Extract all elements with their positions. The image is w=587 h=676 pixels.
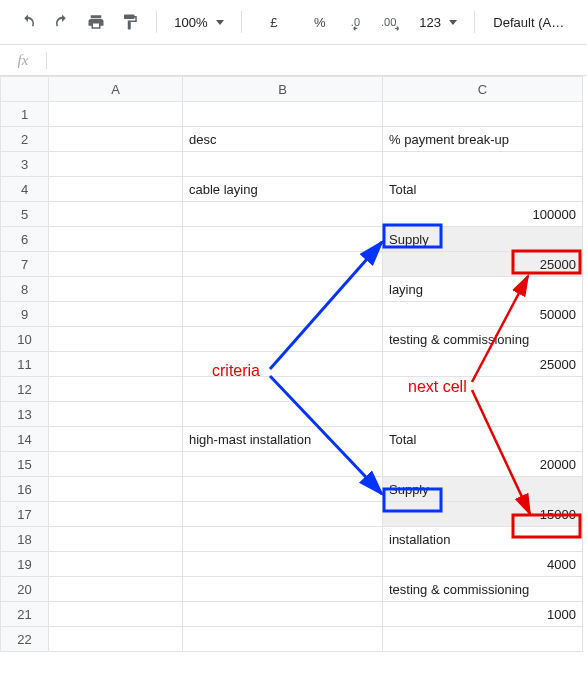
cell[interactable]: laying: [383, 277, 583, 302]
row-header[interactable]: 13: [1, 402, 49, 427]
cell[interactable]: [183, 577, 383, 602]
column-header-a[interactable]: A: [49, 77, 183, 102]
select-all-corner[interactable]: [1, 77, 49, 102]
cell[interactable]: [183, 377, 383, 402]
cell[interactable]: [183, 402, 383, 427]
cell[interactable]: testing & commissioning: [383, 577, 583, 602]
cell[interactable]: desc: [183, 127, 383, 152]
cell[interactable]: [49, 402, 183, 427]
cell-supply-1[interactable]: Supply: [383, 227, 583, 252]
cell[interactable]: [49, 102, 183, 127]
cell[interactable]: [383, 377, 583, 402]
cell[interactable]: [183, 227, 383, 252]
row-header[interactable]: 2: [1, 127, 49, 152]
row-header[interactable]: 12: [1, 377, 49, 402]
row-header[interactable]: 4: [1, 177, 49, 202]
cell[interactable]: installation: [383, 527, 583, 552]
cell[interactable]: Total: [383, 427, 583, 452]
cell-value-1[interactable]: 25000: [383, 252, 583, 277]
cell-supply-2[interactable]: Supply: [383, 477, 583, 502]
cell[interactable]: [183, 527, 383, 552]
cell-value-2[interactable]: 15000: [383, 502, 583, 527]
undo-button[interactable]: [14, 8, 42, 36]
cell[interactable]: [183, 252, 383, 277]
cell[interactable]: 25000: [383, 352, 583, 377]
cell[interactable]: [383, 102, 583, 127]
cell[interactable]: cable laying: [183, 177, 383, 202]
row-header[interactable]: 1: [1, 102, 49, 127]
cell[interactable]: [49, 377, 183, 402]
column-header-b[interactable]: B: [183, 77, 383, 102]
cell[interactable]: [183, 552, 383, 577]
cell[interactable]: [183, 602, 383, 627]
cell[interactable]: [183, 452, 383, 477]
increase-decimal-button[interactable]: .00: [380, 8, 408, 36]
row-header[interactable]: 8: [1, 277, 49, 302]
cell[interactable]: [49, 627, 183, 652]
cell[interactable]: [49, 502, 183, 527]
cell[interactable]: [49, 152, 183, 177]
cell[interactable]: [49, 202, 183, 227]
row-header[interactable]: 5: [1, 202, 49, 227]
cell[interactable]: 100000: [383, 202, 583, 227]
font-dropdown[interactable]: Default (Ari...: [487, 8, 573, 36]
cell[interactable]: [49, 552, 183, 577]
row-header[interactable]: 9: [1, 302, 49, 327]
cell[interactable]: [49, 127, 183, 152]
paint-format-button[interactable]: [116, 8, 144, 36]
row-header[interactable]: 17: [1, 502, 49, 527]
redo-button[interactable]: [48, 8, 76, 36]
cell[interactable]: [49, 602, 183, 627]
cell[interactable]: [49, 327, 183, 352]
cell[interactable]: [183, 627, 383, 652]
cell[interactable]: [183, 477, 383, 502]
cell[interactable]: % payment break-up: [383, 127, 583, 152]
column-header-c[interactable]: C: [383, 77, 583, 102]
row-header[interactable]: 21: [1, 602, 49, 627]
row-header[interactable]: 15: [1, 452, 49, 477]
cell[interactable]: high-mast installation: [183, 427, 383, 452]
cell[interactable]: [49, 302, 183, 327]
row-header[interactable]: 10: [1, 327, 49, 352]
print-button[interactable]: [82, 8, 110, 36]
cell[interactable]: [49, 577, 183, 602]
spreadsheet-grid[interactable]: A B C 1 2desc% payment break-up 3 4cable…: [0, 76, 587, 652]
cell[interactable]: [183, 327, 383, 352]
row-header[interactable]: 22: [1, 627, 49, 652]
cell[interactable]: 1000: [383, 602, 583, 627]
cell[interactable]: [49, 177, 183, 202]
cell[interactable]: [183, 202, 383, 227]
cell[interactable]: 20000: [383, 452, 583, 477]
cell[interactable]: Total: [383, 177, 583, 202]
formula-input[interactable]: [47, 45, 587, 75]
cell[interactable]: [383, 627, 583, 652]
cell[interactable]: 50000: [383, 302, 583, 327]
cell[interactable]: testing & commissioning: [383, 327, 583, 352]
cell[interactable]: [49, 452, 183, 477]
cell[interactable]: [183, 502, 383, 527]
row-header[interactable]: 19: [1, 552, 49, 577]
cell[interactable]: [49, 352, 183, 377]
row-header[interactable]: 11: [1, 352, 49, 377]
cell[interactable]: [49, 277, 183, 302]
decrease-decimal-button[interactable]: .0: [346, 8, 374, 36]
cell[interactable]: [183, 302, 383, 327]
cell[interactable]: [183, 152, 383, 177]
cell[interactable]: [383, 152, 583, 177]
row-header[interactable]: 14: [1, 427, 49, 452]
cell[interactable]: [49, 427, 183, 452]
row-header[interactable]: 3: [1, 152, 49, 177]
cell[interactable]: [49, 227, 183, 252]
number-format-dropdown[interactable]: 123: [414, 8, 463, 36]
cell[interactable]: [383, 402, 583, 427]
cell[interactable]: [183, 352, 383, 377]
row-header[interactable]: 20: [1, 577, 49, 602]
cell[interactable]: [183, 102, 383, 127]
row-header[interactable]: 18: [1, 527, 49, 552]
cell[interactable]: [49, 527, 183, 552]
currency-button[interactable]: £: [254, 8, 294, 36]
zoom-dropdown[interactable]: 100%: [169, 8, 229, 36]
cell[interactable]: [49, 477, 183, 502]
row-header[interactable]: 6: [1, 227, 49, 252]
cell[interactable]: [49, 252, 183, 277]
